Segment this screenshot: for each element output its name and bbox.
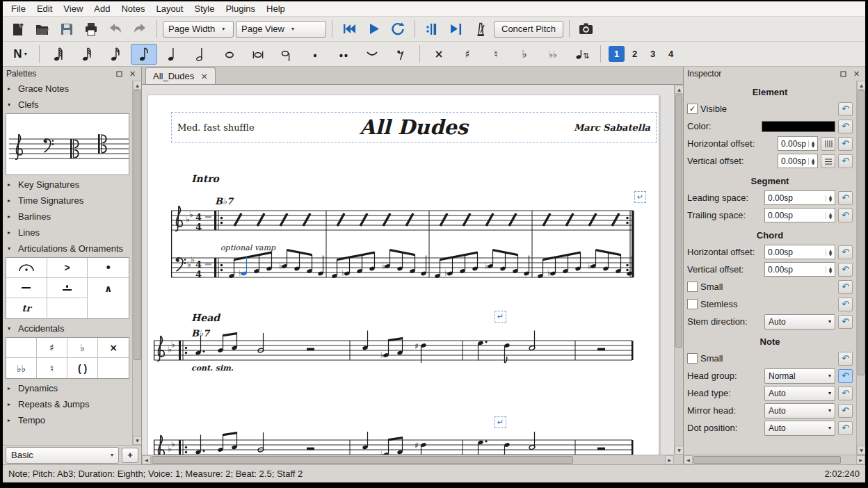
save-button[interactable]: [56, 19, 78, 39]
reset-stem-direction-button[interactable]: ↶: [838, 315, 853, 329]
play-repeats-toggle[interactable]: [421, 19, 443, 39]
double-sharp-icon[interactable]: ×: [426, 44, 452, 65]
flip-direction-icon[interactable]: ⇅: [568, 44, 595, 65]
close-panel-icon[interactable]: ×: [127, 69, 138, 79]
float-panel-icon[interactable]: [838, 69, 849, 79]
note-16th-icon[interactable]: [102, 44, 129, 65]
double-flat-icon[interactable]: ♭♭: [540, 44, 566, 65]
rewind-button[interactable]: [338, 19, 360, 39]
loop-playback-button[interactable]: [387, 19, 409, 39]
head-group-select[interactable]: Normal▾: [764, 368, 835, 384]
sharp-icon[interactable]: ♯: [454, 44, 481, 65]
palette-accidental-natural[interactable]: ♮: [37, 358, 67, 378]
reset-color-button[interactable]: ↶: [838, 120, 853, 133]
close-panel-icon[interactable]: ×: [851, 69, 862, 79]
note-breve-icon[interactable]: [245, 44, 271, 65]
head-type-select[interactable]: Auto▾: [764, 386, 835, 401]
chord-small-checkbox[interactable]: [687, 282, 698, 292]
inspector-horizontal-scrollbar[interactable]: ◀ ▶: [684, 455, 865, 464]
palette-item-dynamics[interactable]: ▸Dynamics: [3, 380, 132, 396]
voice-3-button[interactable]: 3: [645, 46, 661, 62]
zoom-select[interactable]: Page Width▾: [163, 21, 234, 38]
natural-icon[interactable]: ♮: [483, 44, 509, 65]
note-32nd-icon[interactable]: [74, 44, 100, 65]
menu-item-style[interactable]: Style: [188, 2, 220, 15]
voice-1-button[interactable]: 1: [609, 46, 625, 62]
voice-2-button[interactable]: 2: [627, 46, 643, 62]
title-frame[interactable]: Med. fast shuffle All Dudes Marc Sabatel…: [171, 112, 657, 143]
line-break-icon[interactable]: ↵: [495, 311, 506, 323]
palette-accidental-double-sharp[interactable]: ×: [98, 338, 129, 358]
palette-item-articulations[interactable]: ▾Articulations & Ornaments: [3, 241, 132, 257]
palette-item-grace-notes[interactable]: ▸Grace Notes: [3, 81, 132, 97]
stem-direction-select[interactable]: Auto▾: [764, 314, 835, 330]
element-vertical-offset-spinbox[interactable]: 0.00sp▲▼: [778, 154, 818, 168]
add-workspace-button[interactable]: +: [122, 448, 138, 463]
menu-item-file[interactable]: File: [6, 2, 31, 15]
menu-item-layout[interactable]: Layout: [150, 2, 188, 15]
score-vertical-scrollbar[interactable]: ▲ ▼: [674, 85, 683, 455]
trailing-space-spinbox[interactable]: 0.00sp▲▼: [764, 208, 835, 222]
scroll-left-icon[interactable]: ◀: [684, 455, 693, 464]
palette-articulation-tenuto[interactable]: [6, 278, 47, 298]
inspector-scrollbar[interactable]: ▲ ▼: [856, 81, 865, 455]
play-button[interactable]: [362, 19, 385, 39]
visible-checkbox[interactable]: ✓: [687, 104, 698, 114]
view-mode-select[interactable]: Page View▾: [236, 21, 326, 38]
palette-accidental-sharp[interactable]: ♯: [37, 338, 67, 358]
reset-element-vertical-offset-button[interactable]: ↶: [838, 154, 853, 168]
section-label-head[interactable]: Head: [191, 312, 220, 323]
chord-vertical-offset-spinbox[interactable]: 0.00sp▲▼: [764, 262, 835, 277]
palette-articulation-accent[interactable]: >: [47, 258, 88, 278]
reset-head-group-button[interactable]: ↶: [838, 369, 853, 383]
element-horizontal-offset-spinbox[interactable]: 0.00sp▲▼: [778, 136, 818, 151]
snap-vertical-grid-button[interactable]: [821, 154, 835, 168]
menu-item-help[interactable]: Help: [261, 2, 291, 15]
chord-horizontal-offset-spinbox[interactable]: 0.00sp▲▼: [764, 245, 835, 259]
scroll-down-icon[interactable]: ▼: [857, 446, 865, 455]
palette-accidental-flat[interactable]: ♭: [67, 338, 98, 358]
palette-accidental-empty-1[interactable]: [6, 338, 37, 358]
palette-item-barlines[interactable]: ▸Barlines: [3, 209, 132, 225]
note-quarter-icon[interactable]: [159, 44, 186, 65]
note-whole-icon[interactable]: [216, 44, 243, 65]
palette-accidental-double-flat[interactable]: ♭♭: [6, 358, 37, 378]
palette-accidental-parentheses[interactable]: ( ): [67, 358, 98, 378]
palette-item-tempo[interactable]: ▸Tempo: [3, 412, 132, 428]
metronome-button[interactable]: [469, 19, 492, 39]
leading-space-spinbox[interactable]: 0.00sp▲▼: [764, 190, 835, 205]
reset-chord-horizontal-offset-button[interactable]: ↶: [838, 245, 853, 259]
menu-item-edit[interactable]: Edit: [31, 2, 58, 15]
flat-icon[interactable]: ♭: [511, 44, 538, 65]
reset-chord-vertical-offset-button[interactable]: ↶: [838, 263, 853, 277]
palette-item-lines[interactable]: ▸Lines: [3, 225, 132, 241]
score-horizontal-scrollbar[interactable]: ◀ ▶: [142, 455, 674, 464]
augmentation-dot-icon[interactable]: [302, 44, 328, 65]
scroll-right-icon[interactable]: ▶: [856, 455, 865, 464]
palette-item-clefs[interactable]: ▾Clefs: [3, 97, 132, 113]
score-title[interactable]: All Dudes: [296, 115, 532, 139]
pan-score-toggle[interactable]: [445, 19, 467, 39]
menu-item-notes[interactable]: Notes: [115, 2, 150, 15]
line-break-icon[interactable]: ↵: [495, 416, 506, 428]
reset-visible-button[interactable]: ↶: [838, 102, 853, 116]
score-page[interactable]: Med. fast shuffle All Dudes Marc Sabatel…: [147, 95, 659, 464]
score-canvas[interactable]: Med. fast shuffle All Dudes Marc Sabatel…: [142, 85, 683, 464]
new-score-button[interactable]: [7, 19, 29, 39]
palette-articulation-empty-2[interactable]: [88, 298, 129, 318]
scroll-up-icon[interactable]: ▲: [857, 81, 865, 90]
note-small-checkbox[interactable]: [687, 353, 698, 364]
score-tab[interactable]: All_Dudes ×: [145, 67, 216, 84]
palettes-scrollbar[interactable]: ▲ ▼: [132, 81, 141, 445]
float-panel-icon[interactable]: [114, 69, 124, 79]
snap-horizontal-grid-button[interactable]: [821, 137, 835, 151]
reset-head-type-button[interactable]: ↶: [838, 387, 853, 400]
composer-text[interactable]: Marc Sabatella: [532, 122, 650, 133]
undo-button[interactable]: [104, 19, 127, 39]
reset-dot-position-button[interactable]: ↶: [838, 421, 853, 435]
palette-articulation-marcato[interactable]: ∧: [88, 278, 129, 298]
clefs-palette-box[interactable]: [6, 113, 129, 175]
scroll-down-icon[interactable]: ▼: [675, 446, 683, 455]
palette-accidental-empty-2[interactable]: [98, 358, 129, 378]
palette-item-key-signatures[interactable]: ▸Key Signatures: [3, 177, 132, 193]
